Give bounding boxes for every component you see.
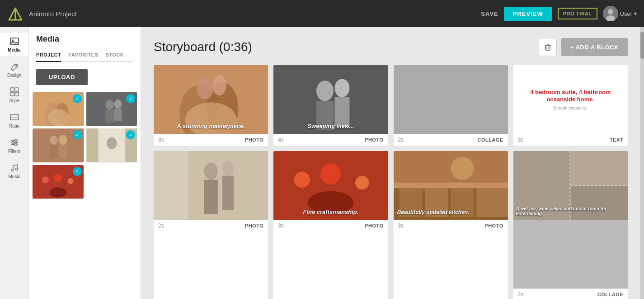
svg-point-34 — [59, 135, 67, 145]
scrollbar-thumb[interactable] — [640, 32, 644, 59]
sidebar-music-label: Music — [8, 174, 20, 179]
block-7[interactable]: Beautifully updated kitchen. 3s PHOTO — [394, 151, 508, 299]
sidebar-item-media[interactable]: Media — [0, 33, 28, 56]
svg-rect-28 — [105, 110, 114, 123]
svg-rect-8 — [10, 88, 14, 91]
selected-badge-1: ✓ — [73, 94, 82, 103]
block-thumb-8: A wet bar, wine cellar, and lots of room… — [513, 151, 628, 289]
sidebar-item-design[interactable]: Design — [0, 58, 28, 81]
block-footer-5: 2s PHOTO — [154, 220, 268, 232]
block-footer-3: 2s COLLAGE — [394, 134, 508, 146]
block-footer-1: 3s PHOTO — [154, 134, 268, 146]
svg-point-55 — [197, 76, 214, 100]
svg-point-44 — [68, 178, 74, 184]
user-name: User — [620, 10, 632, 17]
media-thumb-1[interactable]: ✓ — [33, 92, 84, 126]
svg-point-69 — [294, 172, 310, 188]
svg-point-17 — [12, 142, 14, 144]
header-actions: SAVE PREVIEW PRO TRIAL User ▾ — [481, 6, 637, 21]
svg-point-80 — [451, 157, 474, 180]
svg-point-21 — [15, 168, 18, 171]
svg-rect-63 — [154, 151, 188, 220]
block-6[interactable]: Fine craftsmanship. 3s PHOTO — [273, 151, 388, 299]
block-8[interactable]: A wet bar, wine cellar, and lots of room… — [513, 151, 628, 299]
media-thumb-2[interactable]: ✓ — [86, 92, 137, 126]
add-block-button[interactable]: + ADD A BLOCK — [561, 38, 628, 56]
sidebar-item-ratio[interactable]: Ratio — [0, 109, 28, 132]
block-2[interactable]: Sweeping view... 4s PHOTO — [273, 65, 388, 146]
svg-point-43 — [54, 173, 62, 182]
selected-badge-2: ✓ — [126, 94, 135, 103]
sidebar-filters-label: Filters — [8, 149, 20, 154]
block-type-7: PHOTO — [484, 223, 503, 228]
svg-point-70 — [320, 164, 341, 185]
block-1[interactable]: A stunning masterpiece. 3s PHOTO — [154, 65, 268, 146]
upload-section: UPLOAD — [29, 62, 141, 92]
block-thumb-4: 4 bedroom suite, 4 bathroom oceanside ho… — [513, 65, 628, 134]
block-footer-6: 3s PHOTO — [273, 220, 388, 232]
main-layout: Media Design Style Ratio — [0, 27, 644, 299]
block-image-3 — [394, 65, 508, 134]
block-type-6: PHOTO — [365, 223, 383, 228]
tab-project[interactable]: PROJECT — [36, 48, 61, 62]
media-thumb-4[interactable]: ✓ — [86, 128, 137, 162]
block-image-4: 4 bedroom suite, 4 bathroom oceanside ho… — [513, 65, 628, 134]
block-4[interactable]: 4 bedroom suite, 4 bathroom oceanside ho… — [513, 65, 628, 146]
media-panel: Media PROJECT FAVORITES STOCK UPLOAD — [29, 27, 141, 299]
media-panel-header: Media PROJECT FAVORITES STOCK — [29, 27, 141, 62]
svg-point-56 — [212, 75, 226, 96]
block-duration-6: 3s — [278, 223, 284, 229]
block-thumb-6: Fine craftsmanship. — [273, 151, 388, 220]
sidebar-item-music[interactable]: Music — [0, 159, 28, 183]
block-type-8: COLLAGE — [597, 292, 623, 297]
svg-rect-35 — [59, 145, 67, 157]
delete-button[interactable] — [539, 38, 557, 56]
block-type-2: PHOTO — [365, 137, 383, 142]
block-overlay-7: Beautifully updated kitchen. — [397, 209, 504, 215]
pro-trial-button[interactable]: PRO TRIAL — [558, 8, 597, 19]
svg-rect-10 — [10, 92, 14, 96]
svg-point-19 — [14, 144, 17, 146]
media-thumb-5[interactable]: ✓ — [33, 165, 84, 199]
svg-point-60 — [335, 79, 350, 97]
block-footer-8: 4s COLLAGE — [513, 289, 628, 299]
storyboard-title: Storyboard (0:36) — [154, 40, 252, 54]
svg-point-7 — [15, 64, 17, 66]
block-duration-5: 2s — [158, 223, 164, 229]
trash-icon — [544, 43, 552, 51]
tab-stock[interactable]: STOCK — [106, 48, 124, 62]
block-5[interactable]: 2s PHOTO — [154, 151, 268, 299]
svg-rect-30 — [114, 109, 122, 121]
block-duration-8: 4s — [518, 291, 524, 298]
sidebar-item-style[interactable]: Style — [0, 83, 28, 107]
block-3[interactable]: 2s COLLAGE — [394, 65, 508, 146]
block-duration-4: 3s — [518, 137, 524, 143]
svg-rect-11 — [15, 92, 19, 96]
block-footer-2: 4s PHOTO — [273, 134, 388, 146]
storyboard-row-2: 2s PHOTO Fine cra — [154, 151, 628, 299]
svg-point-20 — [11, 169, 13, 171]
sidebar-design-label: Design — [7, 73, 21, 78]
header: Animoto Project SAVE PREVIEW PRO TRIAL U… — [0, 0, 644, 27]
svg-point-25 — [47, 109, 68, 126]
sidebar-media-label: Media — [8, 47, 20, 52]
tab-favorites[interactable]: FAVORITES — [68, 48, 98, 62]
save-button[interactable]: SAVE — [481, 10, 498, 17]
svg-rect-46 — [545, 45, 550, 50]
upload-button[interactable]: UPLOAD — [36, 69, 88, 85]
logo[interactable] — [7, 5, 24, 22]
icon-sidebar: Media Design Style Ratio — [0, 27, 29, 299]
svg-point-64 — [204, 162, 217, 180]
sidebar-item-filters[interactable]: Filters — [0, 134, 28, 157]
media-grid: ✓ ✓ — [29, 92, 141, 199]
preview-button[interactable]: PREVIEW — [504, 7, 552, 21]
selected-badge-5: ✓ — [73, 167, 82, 176]
svg-rect-9 — [15, 88, 19, 91]
block-footer-7: 3s PHOTO — [394, 220, 508, 232]
scrollbar-track[interactable] — [640, 27, 644, 299]
user-dropdown[interactable]: User ▾ — [603, 6, 637, 21]
media-panel-title: Media — [36, 34, 133, 44]
svg-rect-33 — [50, 145, 58, 157]
media-thumb-3[interactable]: ✓ — [33, 128, 84, 162]
svg-point-45 — [50, 187, 66, 197]
